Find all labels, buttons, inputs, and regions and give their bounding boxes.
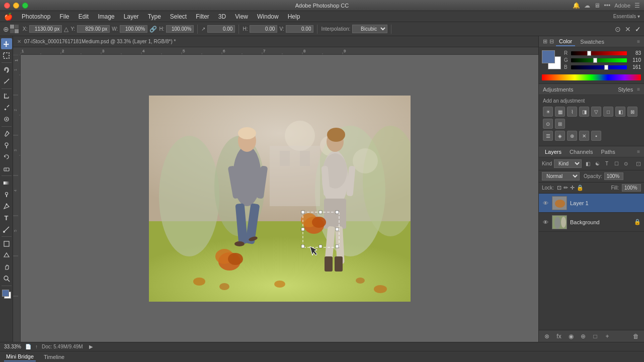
tool-crop[interactable] <box>1 90 12 102</box>
adj-invert[interactable]: ☰ <box>543 131 553 141</box>
b-slider-thumb[interactable] <box>604 65 608 70</box>
interpolation-select[interactable]: Bicubic Bilinear Nearest <box>352 25 387 33</box>
tool-heal[interactable] <box>1 114 12 125</box>
tab-color[interactable]: Color <box>556 37 575 46</box>
r-slider-track[interactable] <box>571 51 627 55</box>
commit-transform-icon[interactable]: ✓ <box>635 25 641 33</box>
adj-tab-adjustments[interactable]: Adjustments <box>543 86 618 93</box>
fg-bg-colors[interactable] <box>542 50 561 69</box>
adj-hsl[interactable]: □ <box>603 107 613 117</box>
filter-shape[interactable]: ☐ <box>612 160 620 168</box>
hskew-input[interactable] <box>250 25 277 33</box>
tool-pen[interactable] <box>1 201 12 212</box>
filter-pixel[interactable]: ◧ <box>584 160 592 168</box>
g-slider-thumb[interactable] <box>593 58 597 63</box>
adj-gradientmap[interactable]: ✕ <box>579 131 589 141</box>
tool-eraser[interactable] <box>1 163 12 174</box>
y-input[interactable] <box>77 25 110 33</box>
adj-threshold[interactable]: ⊕ <box>567 131 577 141</box>
adj-colorbalance[interactable]: ◧ <box>615 107 625 117</box>
apple-menu[interactable]: 🍎 <box>4 13 13 21</box>
lock-position[interactable]: ✛ <box>570 185 575 191</box>
r-slider-thumb[interactable] <box>587 51 591 56</box>
menu-image[interactable]: Image <box>94 12 118 21</box>
menu-3d[interactable]: 3D <box>214 12 230 21</box>
layer-delete-btn[interactable]: 🗑 <box>631 332 641 341</box>
layer-visibility-1[interactable]: 👁 <box>542 200 549 207</box>
tab-swatches[interactable]: Swatches <box>577 38 607 46</box>
tab-layers[interactable]: Layers <box>543 148 564 156</box>
layer-link-btn[interactable]: ⊗ <box>542 332 552 341</box>
maximize-button[interactable] <box>22 3 28 9</box>
tool-dodge[interactable] <box>1 189 12 200</box>
color-panel-menu[interactable]: ≡ <box>637 39 640 44</box>
tool-shape[interactable] <box>1 238 12 249</box>
tool-magic-wand[interactable] <box>1 76 12 87</box>
adj-levels[interactable]: ▦ <box>555 107 565 117</box>
tool-move[interactable] <box>1 38 12 49</box>
canvas-workspace[interactable] <box>21 55 538 342</box>
menu-select[interactable]: Select <box>166 12 191 21</box>
adj-bw[interactable]: ⊠ <box>627 107 637 117</box>
tool-history[interactable] <box>1 151 12 162</box>
tool-brush[interactable] <box>1 128 12 139</box>
tool-zoom[interactable] <box>1 273 12 284</box>
kind-dropdown[interactable]: Kind <box>554 159 582 168</box>
layer-fx-btn[interactable]: fx <box>554 332 564 341</box>
tool-clone[interactable] <box>1 140 12 151</box>
adj-channelmixer[interactable]: ⊞ <box>555 119 565 129</box>
filter-type[interactable]: T <box>603 160 611 168</box>
layer-item-1[interactable]: 👁 Layer 1 <box>539 194 644 213</box>
tool-3d[interactable] <box>1 250 12 261</box>
layer-group-btn[interactable]: □ <box>590 332 600 341</box>
filter-adj[interactable]: ☯ <box>593 160 601 168</box>
layer-filter-toggle[interactable]: ⊡ <box>636 160 641 167</box>
adj-posterize[interactable]: ◈ <box>555 131 565 141</box>
menu-edit[interactable]: Edit <box>74 12 93 21</box>
layer-adj-btn[interactable]: ⊕ <box>578 332 588 341</box>
tab-close-btn[interactable]: ✕ <box>17 39 21 44</box>
adj-tab-styles[interactable]: Styles <box>618 86 633 93</box>
menu-window[interactable]: Window <box>253 12 283 21</box>
color-swatches[interactable] <box>1 289 12 300</box>
color-spectrum[interactable] <box>542 74 641 80</box>
menu-help[interactable]: Help <box>284 12 304 21</box>
cancel-transform-icon[interactable]: ✕ <box>625 25 631 33</box>
essentials-label[interactable]: Essentials ▾ <box>613 14 640 19</box>
h-input[interactable] <box>166 25 194 33</box>
fg-color-square[interactable] <box>542 50 555 63</box>
tool-gradient[interactable] <box>1 177 12 189</box>
vskew-input[interactable] <box>286 25 313 33</box>
layer-mask-btn[interactable]: ◉ <box>566 332 576 341</box>
tool-select-rect[interactable] <box>1 50 12 61</box>
adj-exposure[interactable]: ◨ <box>579 107 589 117</box>
tab-mini-bridge[interactable]: Mini Bridge <box>4 352 36 361</box>
adj-curves[interactable]: ⌇ <box>567 107 577 117</box>
lock-transparent[interactable]: ⊡ <box>557 185 561 191</box>
lock-image[interactable]: ✏ <box>564 185 568 191</box>
menu-type[interactable]: Type <box>144 12 165 21</box>
lock-all[interactable]: 🔒 <box>577 185 584 191</box>
minimize-button[interactable] <box>13 3 19 9</box>
menu-filter[interactable]: Filter <box>192 12 213 21</box>
g-slider-track[interactable] <box>571 58 627 62</box>
tool-lasso[interactable] <box>1 64 12 75</box>
rot-input[interactable] <box>207 25 235 33</box>
b-slider-track[interactable] <box>571 65 627 69</box>
adj-selectivecolor[interactable]: ▪ <box>591 131 601 141</box>
adj-vibrance[interactable]: ▽ <box>591 107 601 117</box>
tab-channels[interactable]: Channels <box>568 148 595 156</box>
adj-panel-menu[interactable]: ≡ <box>637 86 640 92</box>
tool-eyedropper[interactable] <box>1 102 12 113</box>
w-input[interactable] <box>120 25 147 33</box>
fill-input[interactable] <box>622 184 641 192</box>
layer-visibility-bg[interactable]: 👁 <box>542 219 549 226</box>
x-input[interactable] <box>29 25 62 33</box>
tab-timeline[interactable]: Timeline <box>42 353 66 361</box>
layer-new-btn[interactable]: + <box>602 332 612 341</box>
menu-file[interactable]: File <box>55 12 73 21</box>
layers-panel-menu[interactable]: ≡ <box>637 149 640 154</box>
close-button[interactable] <box>4 3 10 9</box>
layer-item-background[interactable]: 👁 Background 🔒 <box>539 213 644 232</box>
opacity-input[interactable] <box>604 172 623 180</box>
